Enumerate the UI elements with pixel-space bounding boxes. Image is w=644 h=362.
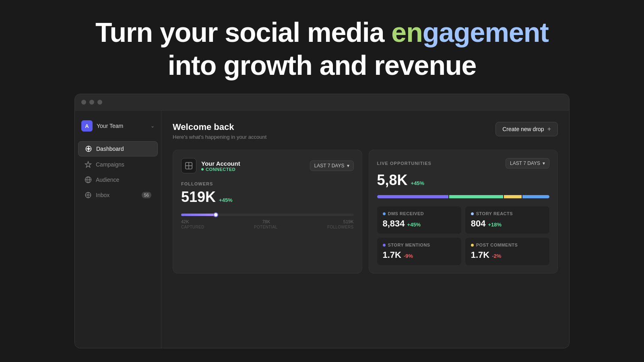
followers-label: FOLLOWERS — [181, 181, 354, 186]
sidebar-item-campaigns[interactable]: Campaigns — [78, 157, 158, 172]
multi-progress-bar — [377, 195, 550, 198]
stat-post-comments-label: POST COMMENTS — [476, 243, 518, 247]
progress-segment-blue — [522, 195, 549, 198]
account-card-header: Your Account CONNECTED LAST 7 DAYS ▾ — [181, 158, 354, 173]
stat-story-mentions-label: STORY MENTIONS — [388, 243, 430, 247]
sidebar-inbox-label: Inbox — [96, 192, 138, 198]
stat-story-mentions-value: 1.7K -9% — [383, 250, 456, 260]
stat-story-reacts-value: 804 +18% — [471, 218, 544, 229]
stat-dms-dot — [383, 212, 386, 215]
dashboard-grid: Your Account CONNECTED LAST 7 DAYS ▾ — [173, 150, 558, 274]
progress-sublabels: CAPTURED POTENTIAL FOLLOWERS — [181, 225, 354, 229]
inbox-badge: 56 — [142, 192, 151, 198]
stat-story-mentions-dot — [383, 244, 386, 247]
create-new-drop-button[interactable]: Create new drop + — [495, 122, 558, 136]
followers-progress-dot — [213, 212, 218, 217]
followers-change: +45% — [219, 197, 233, 203]
sidebar-dashboard-label: Dashboard — [96, 146, 151, 152]
page-title: Welcome back — [173, 122, 266, 132]
page-subtitle: Here's what's happening in your account — [173, 134, 266, 140]
stat-post-comments-number: 1.7K — [471, 250, 489, 260]
sidebar-item-dashboard[interactable]: Dashboard — [78, 141, 158, 156]
team-selector[interactable]: A Your Team ⌄ — [75, 117, 161, 135]
stat-dms-value: 8,834 +45% — [383, 218, 456, 229]
connected-status: CONNECTED — [201, 167, 240, 172]
sidebar: A Your Team ⌄ Dashboard — [75, 111, 161, 348]
page-header-text: Welcome back Here's what's happening in … — [173, 122, 266, 140]
stat-dms-label: DMS RECEIVED — [388, 211, 424, 216]
progress-label-mid: 78K — [262, 219, 270, 224]
stat-post-comments-value: 1.7K -2% — [471, 250, 544, 260]
progress-label-left: 42K — [181, 219, 189, 224]
stat-post-comments-label-row: POST COMMENTS — [471, 243, 544, 247]
stat-dms-number: 8,834 — [383, 218, 405, 229]
followers-progress-track — [181, 214, 354, 216]
sidebar-campaigns-label: Campaigns — [96, 161, 151, 168]
account-timeframe-selector[interactable]: LAST 7 DAYS ▾ — [310, 160, 354, 171]
window-dot-red — [81, 100, 86, 105]
window-dot-yellow — [89, 100, 94, 105]
stat-story-reacts-change: +18% — [488, 222, 502, 228]
progress-segment-green — [449, 195, 503, 198]
highlight-engagement: engagement — [391, 17, 549, 47]
app-window: A Your Team ⌄ Dashboard — [74, 94, 570, 348]
connected-label: CONNECTED — [206, 167, 235, 172]
followers-count-row: 519K +45% — [181, 189, 354, 206]
opp-timeframe-selector[interactable]: LAST 7 DAYS ▾ — [506, 158, 549, 169]
stat-story-mentions: STORY MENTIONS 1.7K -9% — [377, 238, 461, 265]
opportunities-card: LIVE OPPORTUNITIES LAST 7 DAYS ▾ 5,8K +4… — [369, 150, 558, 274]
account-name: Your Account — [201, 160, 240, 167]
stat-story-mentions-change: -9% — [404, 253, 413, 259]
inbox-icon — [85, 191, 92, 199]
plus-icon: + — [547, 125, 551, 133]
app-body: A Your Team ⌄ Dashboard — [75, 111, 569, 348]
opp-change: +45% — [411, 180, 425, 186]
opp-timeframe-label: LAST 7 DAYS — [510, 160, 540, 166]
main-content: Welcome back Here's what's happening in … — [161, 111, 569, 348]
stat-story-reacts-label: STORY REACTS — [476, 211, 513, 216]
opp-header: LIVE OPPORTUNITIES LAST 7 DAYS ▾ — [377, 158, 550, 169]
followers-number: 519K — [181, 189, 216, 206]
stat-dms-received: DMS RECEIVED 8,834 +45% — [377, 206, 461, 234]
sidebar-audience-label: Audience — [96, 177, 151, 183]
title-bar — [75, 94, 569, 111]
stat-story-reacts-label-row: STORY REACTS — [471, 211, 544, 216]
stat-dms-change: +45% — [407, 222, 421, 228]
stat-post-comments-dot — [471, 244, 474, 247]
account-info: Your Account CONNECTED — [181, 158, 240, 173]
opp-timeframe-chevron-icon: ▾ — [543, 160, 545, 166]
stat-dms-label-row: DMS RECEIVED — [383, 211, 456, 216]
dashboard-icon — [85, 145, 92, 152]
sidebar-item-audience[interactable]: Audience — [78, 173, 158, 187]
opp-count-row: 5,8K +45% — [377, 172, 550, 189]
sublabel-potential: POTENTIAL — [254, 225, 277, 229]
account-timeframe-label: LAST 7 DAYS — [314, 163, 345, 169]
campaigns-icon — [85, 161, 92, 168]
stat-story-mentions-number: 1.7K — [383, 250, 401, 260]
sidebar-item-inbox[interactable]: Inbox 56 — [78, 188, 158, 202]
create-drop-label: Create new drop — [502, 126, 544, 132]
timeframe-chevron-icon: ▾ — [347, 163, 349, 169]
progress-labels: 42K 78K 519K — [181, 219, 354, 224]
hero-section: Turn your social media engagement into g… — [0, 0, 644, 94]
account-details: Your Account CONNECTED — [201, 160, 240, 172]
stat-story-reacts-number: 804 — [471, 218, 486, 229]
stat-post-comments-change: -2% — [492, 253, 501, 259]
page-header: Welcome back Here's what's happening in … — [173, 122, 558, 140]
progress-label-right: 519K — [343, 219, 354, 224]
audience-icon — [85, 176, 92, 183]
stat-post-comments: POST COMMENTS 1.7K -2% — [465, 238, 549, 265]
opp-number: 5,8K — [377, 172, 408, 189]
stat-story-reacts: STORY REACTS 804 +18% — [465, 206, 549, 234]
stats-grid: DMS RECEIVED 8,834 +45% STORY REACTS — [377, 206, 550, 265]
sublabel-followers: FOLLOWERS — [327, 225, 354, 229]
hero-headline: Turn your social media engagement into g… — [0, 16, 644, 82]
progress-segment-yellow — [504, 195, 522, 198]
chevron-down-icon: ⌄ — [151, 123, 155, 129]
opp-label: LIVE OPPORTUNITIES — [377, 161, 431, 166]
connected-dot — [201, 168, 204, 171]
team-avatar: A — [81, 120, 93, 132]
account-logo — [181, 158, 196, 173]
hero-line2: into growth and revenue — [168, 50, 477, 80]
stat-story-reacts-dot — [471, 212, 474, 215]
